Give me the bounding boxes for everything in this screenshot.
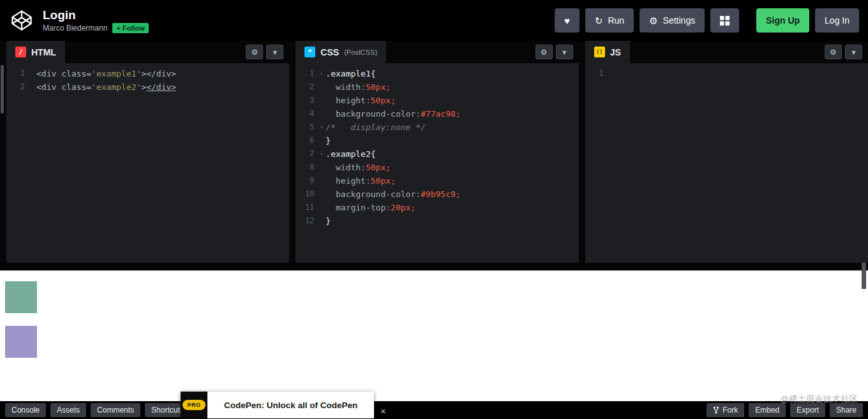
preview-pane — [0, 270, 868, 401]
css-code-line[interactable]: 4 background-color:#77ac98; — [296, 107, 578, 121]
top-header: Login Marco Biedermann + Follow ♥ ↻ Run … — [0, 0, 868, 41]
run-label: Run — [608, 15, 624, 26]
embed-button[interactable]: Embed — [749, 403, 786, 417]
tab-css[interactable]: * CSS (PostCSS) — [296, 41, 386, 63]
fork-button[interactable]: Fork — [707, 403, 744, 417]
left-resizer-handle[interactable] — [1, 65, 4, 114]
js-collapse-button[interactable]: ▾ — [845, 45, 862, 59]
preview-box-1 — [5, 281, 37, 313]
gear-icon: ⚙ — [649, 16, 657, 26]
fork-icon — [713, 406, 719, 414]
css-code-line[interactable]: 8 width:50px; — [296, 161, 578, 174]
like-button[interactable]: ♥ — [555, 8, 580, 33]
comments-button[interactable]: Comments — [91, 403, 140, 417]
tab-html-label: HTML — [31, 47, 56, 57]
js-code-editor[interactable]: 1 — [585, 63, 868, 263]
signup-button[interactable]: Sign Up — [756, 8, 809, 33]
js-code-line[interactable]: 1 — [585, 67, 868, 80]
run-button[interactable]: ↻ Run — [585, 8, 634, 33]
assets-button[interactable]: Assets — [50, 403, 86, 417]
pen-title[interactable]: Login — [43, 8, 149, 22]
css-code-line[interactable]: 2 width:50px; — [296, 80, 578, 94]
editor-row: / HTML ⚙ ▾ 1<div class='example1'></div>… — [0, 41, 868, 263]
chevron-down-icon: ▾ — [562, 48, 566, 56]
html-editor-panel: / HTML ⚙ ▾ 1<div class='example1'></div>… — [6, 41, 289, 263]
tab-html[interactable]: / HTML — [6, 41, 65, 63]
pro-upsell-popup[interactable]: PRO CodePen: Unlock all of CodePen × — [181, 392, 374, 418]
pro-badge-cell: PRO — [181, 392, 207, 418]
tab-css-label: CSS — [320, 47, 339, 57]
close-icon: × — [380, 406, 385, 416]
html-code-line[interactable]: 2<div class='example2'></div> — [6, 80, 289, 94]
js-settings-button[interactable]: ⚙ — [825, 45, 842, 59]
bottom-bar: Console Assets Comments Shortcuts Fork E… — [0, 401, 868, 419]
editor-preview-divider[interactable] — [0, 263, 868, 270]
css-code-line[interactable]: 10 background-color:#9b95c9; — [296, 187, 578, 201]
html-collapse-button[interactable]: ▾ — [266, 45, 283, 59]
preview-box-2 — [5, 326, 37, 358]
popup-close-button[interactable]: × — [377, 405, 389, 418]
css-code-line[interactable]: 7▾.example2{ — [296, 147, 578, 161]
css-collapse-button[interactable]: ▾ — [556, 45, 573, 59]
heart-icon: ♥ — [564, 16, 570, 26]
html-settings-button[interactable]: ⚙ — [246, 45, 263, 59]
tab-js-label: JS — [610, 47, 621, 57]
chevron-down-icon: ▾ — [851, 48, 855, 56]
codepen-logo-icon[interactable] — [9, 8, 34, 33]
css-code-line[interactable]: 1▾.example1{ — [296, 67, 578, 80]
css-icon: * — [304, 47, 315, 57]
console-button[interactable]: Console — [5, 403, 46, 417]
html-code-editor[interactable]: 1<div class='example1'></div>2<div class… — [6, 63, 289, 263]
gear-icon: ⚙ — [541, 48, 548, 56]
export-button[interactable]: Export — [790, 403, 825, 417]
js-icon: () — [594, 47, 605, 57]
settings-label: Settings — [663, 15, 696, 26]
css-code-line[interactable]: 12} — [296, 214, 578, 228]
css-code-line[interactable]: 11 margin-top:20px; — [296, 201, 578, 214]
settings-button[interactable]: ⚙ Settings — [640, 8, 705, 33]
fork-label: Fork — [722, 406, 738, 415]
pro-popup-text: CodePen: Unlock all of CodePen — [207, 392, 374, 418]
css-code-line[interactable]: 3 height:50px; — [296, 94, 578, 107]
follow-button[interactable]: + Follow — [112, 23, 148, 33]
share-button[interactable]: Share — [830, 403, 863, 417]
css-settings-button[interactable]: ⚙ — [535, 45, 553, 59]
layout-button[interactable] — [710, 8, 739, 33]
chevron-down-icon: ▾ — [273, 48, 277, 56]
pro-badge: PRO — [183, 400, 205, 410]
css-code-line[interactable]: 6} — [296, 134, 578, 147]
grid-icon — [720, 16, 730, 26]
tab-js[interactable]: () JS — [585, 41, 630, 63]
css-code-line[interactable]: 5▾/* display:none */ — [296, 121, 578, 134]
css-code-editor[interactable]: 1▾.example1{2 width:50px;3 height:50px;4… — [296, 63, 578, 263]
html-icon: / — [15, 47, 26, 57]
css-code-line[interactable]: 9 height:50px; — [296, 174, 578, 187]
gear-icon: ⚙ — [251, 48, 258, 56]
gear-icon: ⚙ — [830, 48, 837, 56]
js-editor-panel: () JS ⚙ ▾ 1 — [585, 41, 868, 263]
html-code-line[interactable]: 1<div class='example1'></div> — [6, 67, 289, 80]
watermark-text: @稀土掘金技术社区 — [780, 393, 858, 405]
login-button[interactable]: Log In — [815, 8, 859, 33]
css-editor-panel: * CSS (PostCSS) ⚙ ▾ 1▾.example1{2 width:… — [296, 41, 578, 263]
author-name[interactable]: Marco Biedermann — [43, 24, 107, 33]
refresh-icon: ↻ — [595, 16, 603, 26]
tab-css-preprocessor: (PostCSS) — [344, 48, 377, 56]
